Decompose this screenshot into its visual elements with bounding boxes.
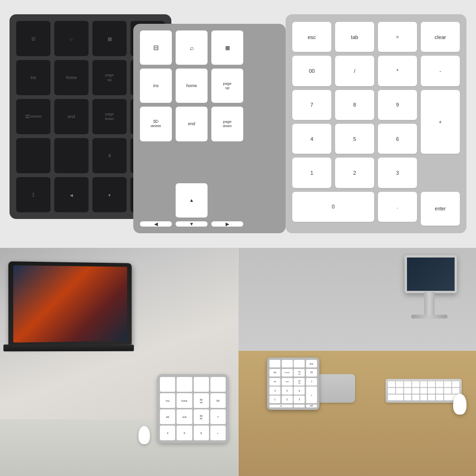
bottom-section: ins home pgup 00 del end pgdn 7 4 5 6 + (0, 248, 476, 476)
key-5-light[interactable]: 5 (335, 124, 374, 154)
key-arrow-left-dark[interactable] (54, 177, 89, 212)
key-arrow-right-mid[interactable]: ▶ (211, 221, 243, 227)
key-empty1-dark[interactable] (16, 138, 50, 173)
key-pgup-mid[interactable]: pageup (211, 69, 243, 103)
key-tab-light[interactable]: tab (335, 22, 374, 52)
key-8-light[interactable]: 8 (335, 90, 374, 120)
key-empty2-dark[interactable] (54, 138, 89, 173)
key-4-dark[interactable]: 4 (92, 138, 127, 173)
key-search-mid[interactable]: ⌕ (176, 30, 208, 65)
key-mul-light[interactable]: * (378, 56, 417, 86)
key-home-mid[interactable]: home (176, 69, 208, 103)
key-esc-light[interactable]: esc (292, 22, 331, 52)
key-calc[interactable] (92, 21, 127, 56)
key-plus-light[interactable]: + (421, 90, 460, 154)
key-arrow-left-mid[interactable]: ◀ (140, 221, 172, 227)
key-arrow-down-dark[interactable] (92, 177, 127, 212)
key-7-light[interactable]: 7 (292, 90, 331, 120)
key-arrow-down-mid[interactable]: ▼ (176, 221, 208, 227)
key-4-light[interactable]: 4 (292, 124, 331, 154)
key-9-light[interactable]: 9 (378, 90, 417, 120)
key-pgdn-mid[interactable]: pagedown (211, 107, 243, 141)
key-end-dark[interactable]: end (54, 99, 89, 134)
key-del-mid[interactable]: ⌦delete (140, 107, 172, 141)
key-0-light[interactable]: 0 (292, 192, 374, 222)
key-enter-light[interactable]: enter (421, 192, 460, 226)
keyboard-mid: ⊟ ⌕ ▦ ins home pageup ⌦delete end pagedo… (133, 24, 286, 233)
key-doc[interactable] (16, 21, 50, 56)
key-6-light[interactable]: 6 (378, 124, 417, 154)
key-dot-light[interactable]: . (378, 192, 417, 222)
key-clear-light[interactable]: clear (421, 22, 460, 52)
key-minus-light[interactable]: - (421, 56, 460, 86)
keyboard-light-grid: esc tab = clear 00 / * - 7 8 9 + 4 5 6 1… (292, 22, 460, 226)
key-end-mid[interactable]: end (176, 107, 208, 141)
bottom-left-photo: ins home pgup 00 del end pgdn 7 4 5 6 + (0, 248, 238, 476)
key-ins-dark[interactable]: ins (16, 60, 50, 95)
key-ins-mid[interactable]: ins (140, 69, 172, 103)
key-div-light[interactable]: / (335, 56, 374, 86)
key-2-light[interactable]: 2 (335, 158, 374, 188)
key-1-light[interactable]: 1 (292, 158, 331, 188)
key-eq-light[interactable]: = (378, 22, 417, 52)
key-home-dark[interactable]: home (54, 60, 89, 95)
bottom-right-photo: esc ins home pgup 00 del end pgdn 7 4 5 … (238, 248, 476, 476)
key-3-light[interactable]: 3 (378, 158, 417, 188)
key-00-light[interactable]: 00 (292, 56, 331, 86)
key-del-dark[interactable]: delete (16, 99, 50, 134)
key-search[interactable] (54, 21, 89, 56)
photo-laptop: ins home pgup 00 del end pgdn 7 4 5 6 + (0, 248, 238, 476)
keyboard-light: esc tab = clear 00 / * - 7 8 9 + 4 5 6 1… (286, 14, 466, 233)
key-calc-mid[interactable]: ▦ (211, 30, 243, 65)
key-doc-mid[interactable]: ⊟ (140, 30, 172, 65)
key-pgdn-dark[interactable]: pagedown (92, 99, 127, 134)
photo-desk: esc ins home pgup 00 del end pgdn 7 4 5 … (238, 248, 476, 476)
top-section: esc ins home pageup 00 delete end pagedo… (0, 0, 476, 248)
key-arrow-up-mid[interactable]: ▲ (176, 183, 208, 218)
key-1-dark[interactable]: 1 (16, 177, 50, 212)
key-pgup-dark[interactable]: pageup (92, 60, 127, 95)
